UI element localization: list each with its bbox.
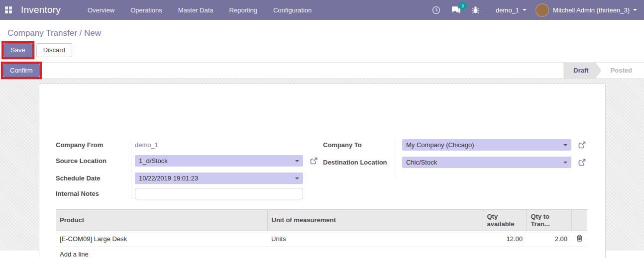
message-count-badge: 3 (459, 2, 466, 9)
caret-down-icon (563, 144, 567, 146)
company-to-external-link-icon[interactable] (578, 141, 586, 149)
company-switcher[interactable]: demo_1 (496, 6, 527, 14)
form-group-left: Company From demo_1 Source Location 1_d/… (56, 139, 323, 200)
company-from-label: Company From (56, 141, 131, 149)
form-field-groups: Company From demo_1 Source Location 1_d/… (56, 139, 587, 200)
save-button[interactable]: Save (3, 43, 32, 57)
app-title[interactable]: Inventory (21, 4, 61, 15)
stage-posted[interactable]: Posted (602, 63, 644, 79)
bug-icon (472, 6, 479, 14)
breadcrumb[interactable]: Company Transfer / New (7, 28, 101, 38)
table-row[interactable]: [E-COM09] Large Desk Units 12.00 2.00 (56, 231, 587, 247)
grid-icon (5, 6, 12, 14)
company-name: demo_1 (496, 6, 519, 14)
source-location-label: Source Location (56, 157, 131, 165)
company-from-value[interactable]: demo_1 (135, 141, 158, 149)
cell-product[interactable]: [E-COM09] Large Desk (56, 231, 267, 247)
field-company-from: Company From demo_1 (56, 139, 323, 151)
cell-qty-available[interactable]: 12.00 (483, 231, 527, 247)
header-qty-to-transfer[interactable]: Qty to Tran... (527, 209, 571, 231)
systray: 3 demo_1 Mitchell Admin (thirteen_3) (427, 3, 644, 17)
destination-location-value: Chic/Stock (406, 159, 437, 166)
internal-notes-input[interactable] (135, 188, 303, 199)
caret-down-icon (295, 177, 299, 179)
destination-location-label: Destination Location (323, 159, 395, 166)
schedule-date-select[interactable]: 10/22/2019 19:01:23 (135, 172, 303, 184)
destination-location-select[interactable]: Chic/Stock (402, 157, 571, 168)
activities-clock-icon[interactable] (427, 6, 446, 14)
field-company-to: Company To My Company (Chicago) (323, 139, 587, 151)
source-location-external-link-icon[interactable] (310, 157, 318, 165)
menu-configuration[interactable]: Configuration (265, 0, 320, 20)
schedule-date-value: 10/22/2019 19:01:23 (139, 174, 198, 182)
confirm-button[interactable]: Confirm (3, 64, 40, 78)
menu-operations[interactable]: Operations (122, 0, 170, 20)
header-actions (571, 209, 587, 231)
control-panel: Company Transfer / New (0, 20, 644, 41)
clock-icon (432, 6, 440, 14)
apps-menu-icon[interactable] (0, 0, 17, 20)
menu-overview[interactable]: Overview (80, 0, 122, 20)
annotation-box-confirm: Confirm (1, 62, 42, 80)
cell-qty-to-transfer[interactable]: 2.00 (527, 231, 571, 247)
field-source-location: Source Location 1_d/Stock (56, 155, 323, 167)
form-statusbar: Confirm Draft Posted (0, 62, 644, 79)
chevron-down-icon (523, 9, 527, 11)
menu-master-data[interactable]: Master Data (170, 0, 221, 20)
cell-uom[interactable]: Units (267, 231, 483, 247)
schedule-date-label: Schedule Date (56, 174, 131, 182)
messages-icon[interactable]: 3 (446, 6, 466, 14)
source-location-select[interactable]: 1_d/Stock (135, 155, 303, 167)
menu-reporting[interactable]: Reporting (221, 0, 265, 20)
chevron-down-icon (633, 9, 637, 11)
trash-icon (576, 235, 583, 242)
user-menu[interactable]: Mitchell Admin (thirteen_3) (536, 3, 637, 17)
main-menu: Overview Operations Master Data Reportin… (80, 0, 320, 20)
top-navbar: Inventory Overview Operations Master Dat… (0, 0, 644, 20)
debug-icon[interactable] (466, 6, 485, 14)
delete-line-button[interactable] (571, 231, 587, 247)
field-internal-notes: Internal Notes (56, 188, 323, 200)
form-sheet: Company From demo_1 Source Location 1_d/… (39, 84, 606, 258)
field-destination-location: Destination Location Chic/Stock (323, 157, 587, 169)
form-view-background: Company From demo_1 Source Location 1_d/… (0, 79, 644, 251)
header-product[interactable]: Product (56, 209, 267, 231)
add-a-line-link[interactable]: Add a line (56, 247, 587, 258)
internal-notes-label: Internal Notes (56, 190, 131, 197)
company-to-select[interactable]: My Company (Chicago) (402, 139, 571, 151)
form-buttons-row: Save Discard (0, 41, 644, 62)
header-uom[interactable]: Unit of measurement (267, 209, 483, 231)
stage-draft[interactable]: Draft (563, 63, 601, 79)
field-schedule-date: Schedule Date 10/22/2019 19:01:23 (56, 172, 323, 184)
form-group-right: Company To My Company (Chicago) (323, 139, 587, 200)
header-qty-available[interactable]: Qty available (483, 209, 527, 231)
avatar (536, 3, 549, 17)
caret-down-icon (295, 160, 299, 162)
add-line-row: Add a line (56, 247, 587, 258)
annotation-box-save: Save (1, 41, 34, 59)
company-to-value: My Company (Chicago) (406, 141, 474, 149)
company-to-label: Company To (323, 141, 395, 149)
discard-button[interactable]: Discard (36, 43, 72, 57)
odoo-window: Inventory Overview Operations Master Dat… (0, 0, 644, 258)
source-location-value: 1_d/Stock (139, 157, 168, 165)
statusbar-stages: Draft Posted (563, 63, 644, 79)
transfer-lines-table: Product Unit of measurement Qty availabl… (56, 209, 587, 258)
table-header-row: Product Unit of measurement Qty availabl… (56, 209, 587, 231)
destination-location-external-link-icon[interactable] (578, 158, 586, 167)
user-name: Mitchell Admin (thirteen_3) (553, 6, 630, 14)
caret-down-icon (563, 162, 567, 164)
